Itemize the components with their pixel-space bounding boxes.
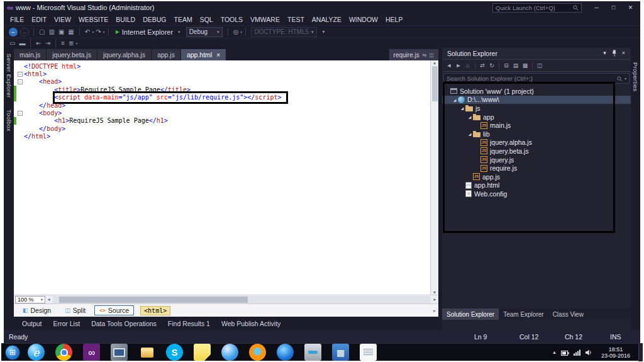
scroll-down-icon[interactable]: ▼ — [433, 290, 437, 295]
panel-tab-web-publish-activity[interactable]: Web Publish Activity — [216, 318, 286, 329]
forward-icon[interactable]: ► — [454, 62, 463, 69]
hidden-icons-chevron[interactable]: ▲ — [552, 350, 557, 354]
tree-item-main-js[interactable]: main.js — [442, 121, 631, 130]
increase-indent-icon[interactable]: ⇥ — [43, 39, 52, 48]
panel-tab-find-results-1[interactable]: Find Results 1 — [162, 318, 216, 329]
view-button-split[interactable]: ◫Split — [60, 305, 91, 315]
find-in-files-icon[interactable]: ◎ — [231, 28, 241, 37]
home-icon[interactable]: ⌂ — [464, 62, 472, 69]
expander-icon[interactable]: ◢ — [452, 98, 458, 102]
toolbar-options-icon[interactable]: ▾ — [323, 29, 325, 35]
properties-icon[interactable]: ▩ — [521, 62, 530, 69]
collapse-region-icon[interactable]: - — [18, 111, 23, 116]
panel-tab-output[interactable]: Output — [16, 318, 48, 329]
menu-window[interactable]: WINDOW — [345, 14, 382, 25]
menu-test[interactable]: TEST — [284, 14, 308, 25]
tree-item-app[interactable]: ◢app — [442, 113, 631, 122]
maximize-button[interactable]: □ — [605, 3, 622, 13]
dock-tab-server-explorer[interactable]: Server Explorer — [4, 48, 14, 104]
back-icon[interactable]: ◄ — [445, 62, 453, 69]
save-icon[interactable]: ▣ — [57, 28, 66, 37]
taskbar-icon-media-app[interactable] — [277, 344, 294, 361]
tree-item-lib[interactable]: ◢lib — [442, 130, 631, 139]
taskbar-icon-skype[interactable] — [166, 344, 183, 361]
collapse-region-icon[interactable]: - — [18, 72, 23, 77]
format-selection-icon[interactable]: ▬ — [17, 39, 27, 48]
taskbar-icon-internet-explorer[interactable] — [28, 344, 45, 361]
solution-explorer-header[interactable]: Solution Explorer ▾× — [442, 48, 631, 60]
preview-tab-require-js[interactable]: require.js ⇆◫ — [389, 49, 438, 60]
taskbar-icon-storage-app[interactable] — [304, 344, 321, 361]
menu-view[interactable]: VIEW — [50, 14, 75, 25]
document-tab-app-js[interactable]: app.js — [152, 49, 180, 60]
taskbar-icon-visual-studio[interactable] — [83, 344, 100, 361]
tree-item-d-www[interactable]: ◢D:\...\www\ — [442, 96, 631, 105]
quick-launch-input[interactable] — [496, 4, 573, 11]
scroll-right-icon[interactable]: ► — [431, 297, 438, 302]
document-tab-main-js[interactable]: main.js — [14, 49, 46, 60]
pin-icon[interactable] — [609, 50, 619, 58]
menu-tools[interactable]: TOOLS — [217, 14, 247, 25]
tree-item-jquery-beta-js[interactable]: jquery.beta.js — [442, 147, 631, 156]
solution-configurations-combo[interactable]: Debug▾ — [186, 27, 223, 37]
open-file-icon[interactable]: ▥ — [47, 28, 56, 37]
expander-icon[interactable]: ◢ — [467, 132, 473, 136]
menu-debug[interactable]: DEBUG — [139, 14, 170, 25]
taskbar-icon-file-explorer[interactable] — [138, 344, 155, 361]
format-document-icon[interactable]: ▭ — [8, 39, 17, 48]
view-button-source[interactable]: <>Source — [94, 305, 134, 315]
editor-horizontal-scrollbar[interactable] — [53, 296, 431, 303]
sync-with-active-document-icon[interactable]: ↻ — [487, 62, 496, 69]
menu-website[interactable]: WEBSITE — [75, 14, 112, 25]
show-all-files-icon[interactable]: ▤ — [511, 62, 520, 69]
dock-tab-toolbox[interactable]: Toolbox — [4, 104, 14, 137]
menu-file[interactable]: FILE — [6, 14, 28, 25]
navigate-forward-icon[interactable]: → — [20, 28, 29, 37]
view-button-design[interactable]: ◧Design — [18, 305, 56, 315]
quick-launch-search[interactable] — [492, 3, 582, 13]
outlining-margin[interactable]: - — [16, 70, 24, 77]
tree-item-jquery-alpha-js[interactable]: jquery.alpha.js — [442, 139, 631, 147]
uncomment-icon[interactable]: ≣ — [67, 39, 75, 48]
document-tab-app-html[interactable]: app.html× — [181, 49, 226, 60]
tree-item-web-config[interactable]: Web.config — [442, 189, 631, 198]
expander-icon[interactable]: ◢ — [467, 115, 473, 119]
panel-tab-error-list[interactable]: Error List — [48, 318, 86, 329]
menu-edit[interactable]: EDIT — [28, 14, 50, 25]
switch-views-icon[interactable]: ⇄ — [478, 62, 487, 69]
taskbar-icon-chrome[interactable] — [55, 344, 72, 361]
taskbar-icon-admin-tool[interactable] — [111, 344, 128, 361]
document-tab-jquery-alpha-js[interactable]: jquery.alpha.js — [97, 49, 151, 60]
keep-open-icon[interactable]: ◫ — [429, 52, 434, 58]
new-file-icon[interactable]: ▢ — [37, 28, 47, 37]
dock-tab-properties[interactable]: Properties — [631, 57, 640, 97]
document-tab-jquery-beta-js[interactable]: jquery.beta.js — [47, 49, 97, 60]
solution-explorer-search-input[interactable] — [447, 75, 615, 82]
menu-build[interactable]: BUILD — [112, 14, 139, 25]
navigate-backward-icon[interactable]: ← — [9, 28, 18, 37]
start-button[interactable]: ⊞ — [5, 345, 20, 360]
collapse-all-icon[interactable]: ⊟ — [502, 62, 511, 69]
scrollbar-thumb[interactable] — [59, 297, 248, 303]
battery-icon[interactable] — [561, 347, 569, 358]
volume-icon[interactable] — [586, 347, 593, 358]
taskbar-icon-firefox[interactable] — [249, 344, 266, 361]
close-button[interactable]: ✕ — [622, 3, 639, 13]
preview-selected-items-icon[interactable]: ◫ — [535, 62, 544, 69]
show-desktop-button[interactable] — [638, 344, 643, 361]
title-bar[interactable]: ∞ www - Microsoft Visual Studio (Adminis… — [4, 1, 640, 14]
minimize-button[interactable]: ─ — [588, 3, 605, 13]
panel-tab-class-view[interactable]: Class View — [548, 308, 588, 320]
panel-tab-solution-explorer[interactable]: Solution Explorer — [442, 308, 499, 320]
close-icon[interactable]: × — [619, 50, 628, 58]
menu-help[interactable]: HELP — [382, 14, 406, 25]
solution-explorer-search[interactable]: ▾ — [443, 73, 630, 84]
menu-vmware[interactable]: VMWARE — [247, 14, 284, 25]
window-position-icon[interactable]: ▾ — [600, 50, 609, 58]
network-icon[interactable] — [574, 347, 581, 358]
undo-icon[interactable]: ↶ — [83, 28, 92, 37]
decrease-indent-icon[interactable]: ⇤ — [34, 39, 43, 48]
tree-item-jquery-js[interactable]: jquery.js — [442, 156, 631, 164]
taskbar-icon-calculator[interactable] — [332, 344, 349, 361]
start-debugging-button[interactable]: ▶Internet Explorer▾ — [112, 28, 184, 36]
